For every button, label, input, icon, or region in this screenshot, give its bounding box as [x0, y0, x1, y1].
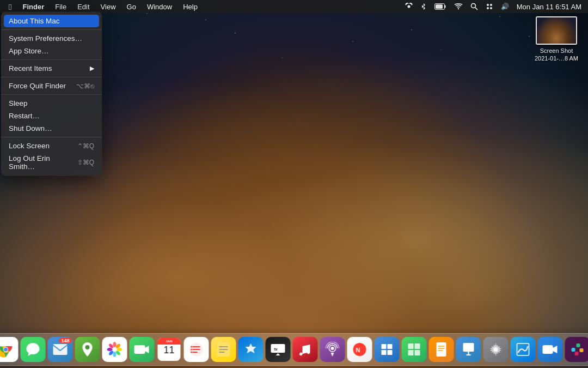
dock-item-news[interactable]: N [347, 337, 372, 362]
svg-rect-32 [53, 344, 68, 355]
menubar-control-center[interactable] [483, 2, 495, 11]
calendar-day: 11 [163, 345, 174, 355]
dock-item-podcasts[interactable] [320, 337, 345, 362]
svg-point-10 [490, 7, 492, 9]
dock-item-maps[interactable] [75, 337, 100, 362]
dock-item-messages[interactable] [21, 337, 46, 362]
force-quit-shortcut: ⌥⌘⎋ [76, 82, 94, 90]
dock-item-facetime[interactable] [130, 337, 155, 362]
dock-item-appletv[interactable]: tv [266, 337, 291, 362]
apple-menu-button[interactable]:  [4, 2, 16, 11]
svg-point-40 [107, 348, 113, 351]
menubar-file[interactable]: File [51, 2, 71, 12]
desktop-screenshot-item[interactable]: Screen Shot 2021-01-…8 AM [535, 16, 578, 63]
dock-item-appstore[interactable] [238, 337, 264, 362]
svg-rect-70 [437, 342, 446, 357]
dock-item-pages[interactable] [429, 337, 454, 362]
svg-rect-69 [415, 350, 420, 355]
dock-item-music[interactable] [293, 337, 318, 362]
menubar-siri-icon[interactable]: 🔊 [499, 2, 511, 11]
menubar-datetime[interactable]: Mon Jan 11 6:51 AM [514, 2, 584, 12]
menubar-finder[interactable]: Finder [18, 2, 48, 12]
screenshot-thumbnail [536, 16, 577, 45]
menubar-search-icon[interactable] [468, 2, 480, 11]
menu-item-about[interactable]: About This Mac [4, 15, 99, 27]
dock-item-reminders[interactable] [184, 337, 209, 362]
svg-point-9 [487, 7, 489, 9]
svg-rect-78 [572, 348, 575, 352]
svg-point-8 [490, 4, 492, 6]
menu-separator-3 [1, 77, 102, 77]
svg-marker-56 [276, 353, 280, 355]
dock-item-grapher[interactable] [511, 337, 536, 362]
svg-text:N: N [356, 347, 360, 353]
menu-separator-5 [1, 137, 102, 137]
menu-item-force-quit[interactable]: Force Quit Finder ⌥⌘⎋ [1, 80, 102, 92]
menubar-battery[interactable] [432, 2, 449, 11]
menubar-view[interactable]: View [96, 2, 120, 12]
svg-rect-67 [415, 343, 420, 349]
menu-item-restart[interactable]: Restart… [1, 110, 102, 122]
svg-point-42 [113, 347, 117, 352]
menu-item-shutdown[interactable]: Shut Down… [1, 122, 102, 135]
dock-item-chrome[interactable] [0, 337, 19, 362]
menu-item-sleep[interactable]: Sleep [1, 97, 102, 110]
menubar-bluetooth-icon[interactable] [418, 2, 429, 11]
svg-point-38 [113, 352, 117, 357]
svg-rect-64 [382, 350, 387, 355]
menubar-go[interactable]: Go [122, 2, 140, 12]
svg-point-33 [85, 345, 90, 349]
dock-item-slack[interactable] [565, 337, 589, 362]
menu-item-system-prefs[interactable]: System Preferences… [1, 32, 102, 45]
apple-menu-dropdown: About This Mac System Preferences… App S… [1, 12, 102, 176]
svg-rect-62 [382, 344, 387, 349]
menu-separator-1 [1, 29, 102, 30]
menubar:  Finder File Edit View Go Window Help 🔊… [0, 0, 588, 13]
dock-item-mail[interactable]: 148 [48, 337, 73, 362]
svg-rect-68 [408, 350, 414, 355]
dock-item-photos[interactable] [102, 337, 127, 362]
svg-rect-55 [271, 344, 285, 353]
svg-point-5 [471, 4, 475, 8]
dock-item-calendar[interactable]: JAN 11 [157, 337, 182, 362]
svg-text:tv: tv [274, 347, 278, 351]
menubar-help[interactable]: Help [179, 2, 202, 12]
menu-separator-4 [1, 94, 102, 95]
svg-line-6 [475, 8, 477, 10]
screenshot-label: Screen Shot 2021-01-…8 AM [535, 47, 578, 63]
svg-point-4 [458, 8, 459, 9]
svg-rect-66 [408, 343, 414, 349]
svg-rect-63 [388, 344, 393, 349]
svg-point-50 [191, 352, 192, 353]
menubar-right: 🔊 Mon Jan 11 6:51 AM [403, 2, 584, 12]
svg-point-48 [191, 346, 192, 348]
calendar-month: JAN [158, 338, 181, 345]
menu-item-app-store[interactable]: App Store… [1, 45, 102, 57]
svg-rect-43 [134, 345, 145, 354]
calendar-icon: JAN 11 [158, 338, 181, 361]
menubar-airdrop-icon[interactable] [403, 2, 415, 11]
submenu-arrow-icon: ▶ [90, 65, 94, 72]
dock-item-keynote[interactable] [456, 337, 481, 362]
lock-screen-shortcut: ⌃⌘Q [77, 142, 94, 150]
svg-rect-74 [463, 343, 474, 352]
menu-item-logout[interactable]: Log Out Erin Smith… ⇧⌘Q [1, 152, 102, 173]
dock-item-numbers[interactable] [402, 337, 427, 362]
menubar-wifi-icon[interactable] [452, 2, 465, 11]
svg-point-49 [191, 349, 192, 351]
svg-rect-80 [580, 348, 584, 352]
dock-item-goodlinks[interactable] [375, 337, 400, 362]
dock-item-zoom[interactable] [538, 337, 563, 362]
svg-point-7 [487, 4, 489, 6]
dock-item-system-preferences[interactable] [483, 337, 509, 362]
menu-item-lock-screen[interactable]: Lock Screen ⌃⌘Q [1, 140, 102, 152]
dock-item-notes[interactable] [211, 337, 236, 362]
svg-point-34 [113, 342, 117, 347]
svg-point-31 [4, 348, 8, 352]
menubar-window[interactable]: Window [143, 2, 176, 12]
dock: 148 JAN 11 [0, 333, 588, 366]
menu-item-recent-items[interactable]: Recent Items ▶ [1, 62, 102, 75]
svg-rect-2 [444, 5, 445, 8]
menubar-edit[interactable]: Edit [73, 2, 94, 12]
svg-rect-79 [577, 343, 580, 347]
